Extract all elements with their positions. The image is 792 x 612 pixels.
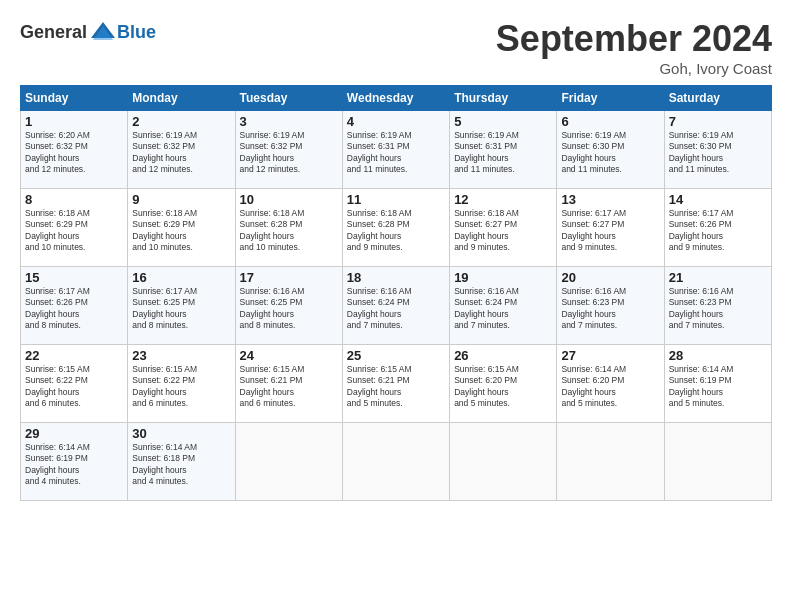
cell-info: Sunrise: 6:20 AMSunset: 6:32 PMDaylight … bbox=[25, 130, 90, 174]
calendar-header: Sunday Monday Tuesday Wednesday Thursday… bbox=[21, 86, 772, 111]
col-monday: Monday bbox=[128, 86, 235, 111]
day-number: 17 bbox=[240, 270, 338, 285]
cell-info: Sunrise: 6:15 AMSunset: 6:22 PMDaylight … bbox=[132, 364, 197, 408]
table-row: 10 Sunrise: 6:18 AMSunset: 6:28 PMDaylig… bbox=[235, 189, 342, 267]
cell-info: Sunrise: 6:15 AMSunset: 6:21 PMDaylight … bbox=[347, 364, 412, 408]
cell-info: Sunrise: 6:17 AMSunset: 6:26 PMDaylight … bbox=[669, 208, 734, 252]
day-number: 4 bbox=[347, 114, 445, 129]
col-saturday: Saturday bbox=[664, 86, 771, 111]
table-row: 14 Sunrise: 6:17 AMSunset: 6:26 PMDaylig… bbox=[664, 189, 771, 267]
table-row bbox=[664, 423, 771, 501]
table-row: 21 Sunrise: 6:16 AMSunset: 6:23 PMDaylig… bbox=[664, 267, 771, 345]
table-row: 18 Sunrise: 6:16 AMSunset: 6:24 PMDaylig… bbox=[342, 267, 449, 345]
day-number: 25 bbox=[347, 348, 445, 363]
day-number: 26 bbox=[454, 348, 552, 363]
day-number: 20 bbox=[561, 270, 659, 285]
day-number: 11 bbox=[347, 192, 445, 207]
calendar-table: Sunday Monday Tuesday Wednesday Thursday… bbox=[20, 85, 772, 501]
table-row: 28 Sunrise: 6:14 AMSunset: 6:19 PMDaylig… bbox=[664, 345, 771, 423]
logo-blue: Blue bbox=[117, 22, 156, 43]
table-row: 3 Sunrise: 6:19 AMSunset: 6:32 PMDayligh… bbox=[235, 111, 342, 189]
cell-info: Sunrise: 6:17 AMSunset: 6:27 PMDaylight … bbox=[561, 208, 626, 252]
table-row: 17 Sunrise: 6:16 AMSunset: 6:25 PMDaylig… bbox=[235, 267, 342, 345]
cell-info: Sunrise: 6:14 AMSunset: 6:18 PMDaylight … bbox=[132, 442, 197, 486]
day-number: 1 bbox=[25, 114, 123, 129]
cell-info: Sunrise: 6:19 AMSunset: 6:31 PMDaylight … bbox=[454, 130, 519, 174]
cell-info: Sunrise: 6:17 AMSunset: 6:26 PMDaylight … bbox=[25, 286, 90, 330]
table-row: 26 Sunrise: 6:15 AMSunset: 6:20 PMDaylig… bbox=[450, 345, 557, 423]
day-number: 29 bbox=[25, 426, 123, 441]
logo-icon bbox=[89, 18, 117, 46]
table-row: 23 Sunrise: 6:15 AMSunset: 6:22 PMDaylig… bbox=[128, 345, 235, 423]
cell-info: Sunrise: 6:16 AMSunset: 6:24 PMDaylight … bbox=[347, 286, 412, 330]
day-number: 28 bbox=[669, 348, 767, 363]
day-number: 23 bbox=[132, 348, 230, 363]
day-number: 2 bbox=[132, 114, 230, 129]
table-row bbox=[235, 423, 342, 501]
day-number: 18 bbox=[347, 270, 445, 285]
cell-info: Sunrise: 6:16 AMSunset: 6:25 PMDaylight … bbox=[240, 286, 305, 330]
table-row: 20 Sunrise: 6:16 AMSunset: 6:23 PMDaylig… bbox=[557, 267, 664, 345]
cell-info: Sunrise: 6:19 AMSunset: 6:30 PMDaylight … bbox=[561, 130, 626, 174]
logo: General Blue bbox=[20, 18, 156, 46]
table-row: 24 Sunrise: 6:15 AMSunset: 6:21 PMDaylig… bbox=[235, 345, 342, 423]
logo-general: General bbox=[20, 22, 87, 43]
table-row: 11 Sunrise: 6:18 AMSunset: 6:28 PMDaylig… bbox=[342, 189, 449, 267]
table-row: 16 Sunrise: 6:17 AMSunset: 6:25 PMDaylig… bbox=[128, 267, 235, 345]
cell-info: Sunrise: 6:18 AMSunset: 6:29 PMDaylight … bbox=[25, 208, 90, 252]
day-number: 5 bbox=[454, 114, 552, 129]
cell-info: Sunrise: 6:15 AMSunset: 6:22 PMDaylight … bbox=[25, 364, 90, 408]
table-row: 15 Sunrise: 6:17 AMSunset: 6:26 PMDaylig… bbox=[21, 267, 128, 345]
header: General Blue September 2024 Goh, Ivory C… bbox=[20, 18, 772, 77]
day-number: 7 bbox=[669, 114, 767, 129]
table-row: 19 Sunrise: 6:16 AMSunset: 6:24 PMDaylig… bbox=[450, 267, 557, 345]
day-number: 22 bbox=[25, 348, 123, 363]
cell-info: Sunrise: 6:14 AMSunset: 6:19 PMDaylight … bbox=[25, 442, 90, 486]
day-number: 16 bbox=[132, 270, 230, 285]
table-row: 13 Sunrise: 6:17 AMSunset: 6:27 PMDaylig… bbox=[557, 189, 664, 267]
col-thursday: Thursday bbox=[450, 86, 557, 111]
cell-info: Sunrise: 6:18 AMSunset: 6:28 PMDaylight … bbox=[347, 208, 412, 252]
day-number: 30 bbox=[132, 426, 230, 441]
col-friday: Friday bbox=[557, 86, 664, 111]
day-number: 8 bbox=[25, 192, 123, 207]
day-number: 15 bbox=[25, 270, 123, 285]
cell-info: Sunrise: 6:16 AMSunset: 6:24 PMDaylight … bbox=[454, 286, 519, 330]
table-row: 4 Sunrise: 6:19 AMSunset: 6:31 PMDayligh… bbox=[342, 111, 449, 189]
day-number: 21 bbox=[669, 270, 767, 285]
month-title: September 2024 bbox=[496, 18, 772, 60]
cell-info: Sunrise: 6:19 AMSunset: 6:32 PMDaylight … bbox=[132, 130, 197, 174]
day-number: 13 bbox=[561, 192, 659, 207]
table-row: 2 Sunrise: 6:19 AMSunset: 6:32 PMDayligh… bbox=[128, 111, 235, 189]
cell-info: Sunrise: 6:18 AMSunset: 6:27 PMDaylight … bbox=[454, 208, 519, 252]
table-row: 5 Sunrise: 6:19 AMSunset: 6:31 PMDayligh… bbox=[450, 111, 557, 189]
day-number: 9 bbox=[132, 192, 230, 207]
table-row: 7 Sunrise: 6:19 AMSunset: 6:30 PMDayligh… bbox=[664, 111, 771, 189]
col-tuesday: Tuesday bbox=[235, 86, 342, 111]
cell-info: Sunrise: 6:19 AMSunset: 6:30 PMDaylight … bbox=[669, 130, 734, 174]
table-row: 29 Sunrise: 6:14 AMSunset: 6:19 PMDaylig… bbox=[21, 423, 128, 501]
cell-info: Sunrise: 6:19 AMSunset: 6:32 PMDaylight … bbox=[240, 130, 305, 174]
table-row: 8 Sunrise: 6:18 AMSunset: 6:29 PMDayligh… bbox=[21, 189, 128, 267]
cell-info: Sunrise: 6:14 AMSunset: 6:20 PMDaylight … bbox=[561, 364, 626, 408]
cell-info: Sunrise: 6:14 AMSunset: 6:19 PMDaylight … bbox=[669, 364, 734, 408]
day-number: 10 bbox=[240, 192, 338, 207]
day-number: 12 bbox=[454, 192, 552, 207]
cell-info: Sunrise: 6:16 AMSunset: 6:23 PMDaylight … bbox=[669, 286, 734, 330]
cell-info: Sunrise: 6:18 AMSunset: 6:28 PMDaylight … bbox=[240, 208, 305, 252]
cell-info: Sunrise: 6:15 AMSunset: 6:20 PMDaylight … bbox=[454, 364, 519, 408]
page: General Blue September 2024 Goh, Ivory C… bbox=[0, 0, 792, 511]
table-row bbox=[342, 423, 449, 501]
table-row: 6 Sunrise: 6:19 AMSunset: 6:30 PMDayligh… bbox=[557, 111, 664, 189]
day-number: 19 bbox=[454, 270, 552, 285]
col-sunday: Sunday bbox=[21, 86, 128, 111]
table-row bbox=[450, 423, 557, 501]
cell-info: Sunrise: 6:15 AMSunset: 6:21 PMDaylight … bbox=[240, 364, 305, 408]
day-number: 6 bbox=[561, 114, 659, 129]
cell-info: Sunrise: 6:16 AMSunset: 6:23 PMDaylight … bbox=[561, 286, 626, 330]
col-wednesday: Wednesday bbox=[342, 86, 449, 111]
location: Goh, Ivory Coast bbox=[496, 60, 772, 77]
table-row: 1 Sunrise: 6:20 AMSunset: 6:32 PMDayligh… bbox=[21, 111, 128, 189]
day-number: 24 bbox=[240, 348, 338, 363]
day-number: 14 bbox=[669, 192, 767, 207]
